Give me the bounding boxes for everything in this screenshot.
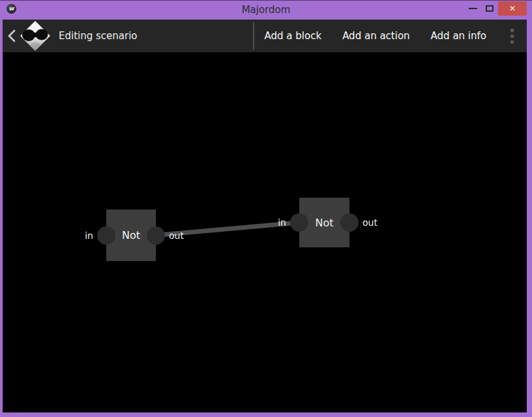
edges-layer [3,52,527,412]
app-window: w Majordom ✕ [0,0,532,417]
add-info-button[interactable]: Add an info [421,20,497,52]
toolbar: Editing scenario Add a blockAdd an actio… [3,20,527,52]
in-port[interactable] [290,213,308,232]
close-button[interactable]: ✕ [498,1,527,16]
block-label: Not [122,229,140,241]
window-controls: ✕ [464,1,527,16]
page-title: Editing scenario [59,30,138,42]
in-port-label: in [85,230,93,241]
app-window-icon-glyph: w [8,6,14,12]
majordom-logo-icon [20,20,51,52]
add-action-button[interactable]: Add an action [332,20,420,52]
maximize-icon [486,5,494,12]
window-content: Editing scenario Add a blockAdd an actio… [3,20,527,412]
maximize-button[interactable] [481,1,498,16]
minimize-icon [469,8,477,9]
titlebar: w Majordom ✕ [0,0,532,20]
overflow-menu-icon [510,29,514,32]
out-port[interactable] [147,226,165,245]
window-title: Majordom [0,1,532,20]
toolbar-buttons: Add a blockAdd an actionAdd an info [254,20,497,52]
overflow-menu-button[interactable] [497,20,527,52]
add-block-button[interactable]: Add a block [254,20,332,52]
chevron-left-icon [7,29,17,43]
scenario-canvas[interactable]: NotinoutNotinout [3,52,527,412]
out-port[interactable] [340,213,359,232]
close-icon: ✕ [509,4,516,13]
out-port-label: out [362,217,377,228]
minimize-button[interactable] [464,1,481,16]
in-port[interactable] [97,226,115,245]
out-port-label: out [169,230,184,241]
in-port-label: in [278,217,286,228]
app-window-icon: w [7,4,16,14]
back-button[interactable] [4,20,20,52]
block-label: Not [315,217,333,229]
